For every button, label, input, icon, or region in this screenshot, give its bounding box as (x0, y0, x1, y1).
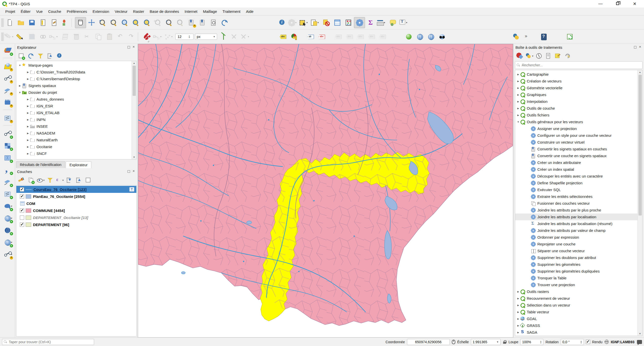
add-selected-layers[interactable] (17, 51, 26, 60)
processing-search[interactable] (515, 61, 642, 69)
browser-tree-item[interactable]: ▶ NASADEM (16, 130, 132, 137)
processing-tree-item[interactable]: ▶ SAGA (515, 329, 637, 336)
layer-filter-icon[interactable] (129, 187, 134, 192)
new-spatialite-layer[interactable] (2, 85, 14, 96)
add-feature[interactable] (37, 31, 49, 42)
enable-snapping[interactable] (141, 31, 152, 42)
measure-line[interactable]: ▾ (376, 17, 387, 28)
field-calculator[interactable] (343, 17, 354, 28)
processing-tree-item[interactable]: ▶ Outils de couche (515, 105, 637, 112)
processing-tree-item[interactable]: ▶ Recouvrement de vecteur (515, 295, 637, 302)
run-feature-action[interactable]: ▾ (288, 17, 299, 28)
browser-tree-item[interactable]: ▼ Dossier du projet (16, 89, 132, 96)
python-console[interactable] (510, 31, 521, 42)
metasearch-catalog[interactable] (425, 31, 436, 42)
expander-icon[interactable]: ▶ (516, 290, 520, 293)
pan-map[interactable] (75, 17, 86, 28)
show-spatial-bookmarks[interactable] (197, 17, 208, 28)
processing-tree-item[interactable]: Ordonner par expression (515, 234, 637, 241)
open-project[interactable] (15, 17, 26, 28)
undo[interactable] (115, 31, 126, 42)
processing-tree-item[interactable]: Define Shapefile projection (515, 180, 637, 186)
snapping-tolerance-field[interactable]: ▲▼ (175, 34, 193, 40)
processing-history[interactable] (534, 51, 543, 60)
vertex-tool[interactable]: ▾ (49, 31, 60, 42)
expander-icon[interactable]: ▶ (516, 80, 520, 82)
expander-icon[interactable]: ▶ (26, 112, 30, 114)
browser-tree-item[interactable]: ▶ SNCF (16, 150, 132, 157)
menu-item[interactable]: Extension (90, 8, 112, 15)
expander-icon[interactable]: ▶ (26, 152, 30, 155)
save-project[interactable] (26, 17, 37, 28)
nominatim-place-search[interactable] (436, 31, 448, 42)
processing-tree-item[interactable]: ▶ Cartographie (515, 71, 637, 78)
browser-tree-item[interactable]: ▶ INPN (16, 116, 132, 123)
rotation-field[interactable]: 0,0 ° ▲▼ (561, 339, 584, 345)
help-contents[interactable] (538, 31, 549, 42)
processing-tree-item[interactable]: ▶ Création de vecteurs (515, 78, 637, 84)
expander-icon[interactable]: ▶ (516, 114, 520, 116)
add-group[interactable] (26, 176, 35, 185)
temporal-controller[interactable] (208, 17, 219, 28)
toolbar-grip[interactable] (2, 18, 4, 27)
layer-checkbox[interactable] (20, 194, 24, 199)
menu-item[interactable]: Traitement (220, 8, 243, 15)
manage-map-themes[interactable]: ▾ (36, 176, 45, 185)
menu-item[interactable]: Internet (182, 8, 200, 15)
show-layout-manager[interactable] (49, 17, 60, 28)
scale-combobox[interactable]: 1:991365 ▼ (471, 339, 501, 345)
processing-tree-item[interactable]: Supprimer les doublons par attribut (515, 254, 637, 261)
layer-row[interactable]: CoursEau_76_Occitanie [123] (16, 186, 136, 193)
expander-icon[interactable]: ▶ (26, 71, 30, 73)
modify-attributes[interactable] (60, 31, 71, 42)
panel-float-button[interactable] (127, 46, 131, 49)
pin-unpin-labels[interactable] (305, 31, 316, 42)
browser-tree-item[interactable]: ▶ IGN_ESR (16, 103, 132, 109)
change-label-properties[interactable] (377, 31, 388, 42)
expander-icon[interactable]: ▶ (26, 118, 30, 121)
scale-lock-icon[interactable] (503, 340, 507, 344)
processing-tree-item[interactable]: ▼ Outils généraux pour les vecteurs (515, 118, 637, 125)
processing-tree-item[interactable]: ▶ Interpolation (515, 98, 637, 105)
new-project[interactable] (4, 17, 15, 28)
menu-item[interactable]: Préférences (64, 8, 90, 15)
move-label[interactable] (333, 31, 344, 42)
processing-tree-item[interactable]: Séparer une couche vecteur (515, 247, 637, 254)
browser-tree-item[interactable]: ▶ Signets spatiaux (16, 82, 132, 89)
map-canvas[interactable] (138, 44, 513, 337)
coordinate-field[interactable]: 650974,6290056 (407, 339, 450, 345)
paste-features[interactable] (104, 31, 115, 42)
zoom-last[interactable]: ‹ (164, 17, 175, 28)
processing-scripts[interactable]: ▾ (525, 51, 534, 60)
zoom-native-resolution[interactable]: 1:1 (152, 17, 164, 28)
processing-models[interactable] (515, 51, 524, 60)
browser-scrollbar[interactable]: ▲▼ (132, 61, 136, 159)
snapping-tolerance-spinner[interactable]: ▲▼ (188, 35, 190, 38)
enable-tracing[interactable]: ▾ (164, 31, 175, 42)
select-by-form[interactable]: ▾ (310, 17, 321, 28)
delete-selected[interactable] (71, 31, 82, 42)
expander-icon[interactable]: ▶ (516, 87, 520, 89)
browser-properties[interactable] (55, 51, 64, 60)
processing-tree-item[interactable]: Reprojeter une couche (515, 241, 637, 247)
processing-tree-item[interactable]: ▶ Géométrie vectorielle (515, 84, 637, 91)
browser-tree-item[interactable]: ▶ Autres_donnees (16, 96, 132, 103)
processing-tree-item[interactable]: ▶ Outils fichiers (515, 112, 637, 118)
processing-tree-item[interactable]: Créer un index attributaire (515, 159, 637, 166)
restore-button[interactable] (614, 1, 621, 7)
expander-icon[interactable]: ▼ (18, 64, 22, 67)
close-button[interactable]: ✕ (631, 1, 638, 7)
browser-tree-item[interactable]: ▼ Marque-pages (16, 62, 132, 69)
add-vector-tile-layer[interactable]: ▾ (2, 249, 14, 260)
add-postgis-layer[interactable]: ▾ (2, 201, 14, 212)
processing-tree-item[interactable]: ▶ Outils rasters (515, 288, 637, 295)
spinner-arrows[interactable]: ▲▼ (540, 340, 542, 344)
expander-icon[interactable]: ▶ (516, 94, 520, 96)
menu-item[interactable]: Raster (130, 8, 147, 15)
layer-row[interactable]: DEPARTEMENT_Occitanie [13] (16, 214, 136, 221)
snapping-tolerance-input[interactable] (177, 34, 187, 39)
layer-row[interactable]: COM (16, 200, 136, 207)
snapping-unit-select[interactable]: px ▼ (195, 34, 217, 40)
show-hide-labels[interactable] (344, 31, 355, 42)
processing-options[interactable] (563, 51, 572, 60)
